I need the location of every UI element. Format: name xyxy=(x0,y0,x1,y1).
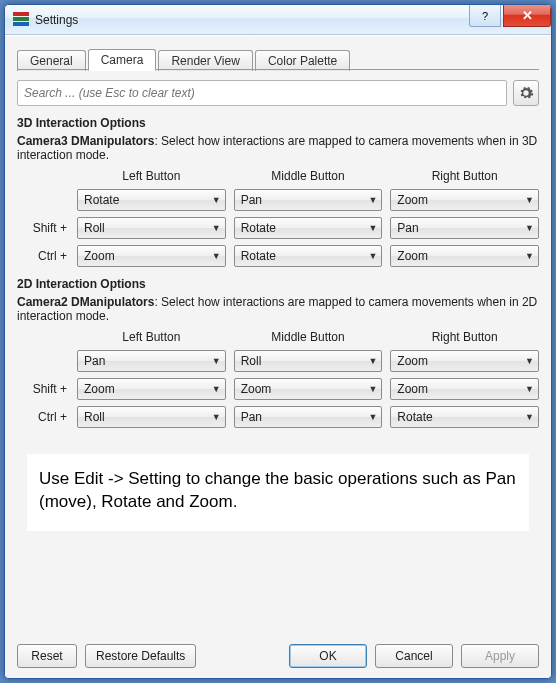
chevron-down-icon: ▼ xyxy=(368,195,377,205)
close-button[interactable]: ✕ xyxy=(503,5,551,27)
row-shift-3d: Shift + xyxy=(17,221,69,235)
chevron-down-icon: ▼ xyxy=(525,412,534,422)
section-3d-desc-bold: Camera3 DManipulators xyxy=(17,134,154,148)
combo-3d-none-left[interactable]: Rotate▼ xyxy=(77,189,226,211)
chevron-down-icon: ▼ xyxy=(212,195,221,205)
combo-3d-ctrl-right[interactable]: Zoom▼ xyxy=(390,245,539,267)
combo-3d-shift-left[interactable]: Roll▼ xyxy=(77,217,226,239)
combo-2d-none-right[interactable]: Zoom▼ xyxy=(390,350,539,372)
restore-defaults-button[interactable]: Restore Defaults xyxy=(85,644,196,668)
col-left-3d: Left Button xyxy=(77,169,226,183)
gear-icon xyxy=(518,85,534,101)
chevron-down-icon: ▼ xyxy=(212,223,221,233)
combo-2d-shift-right[interactable]: Zoom▼ xyxy=(390,378,539,400)
chevron-down-icon: ▼ xyxy=(212,251,221,261)
combo-2d-ctrl-right[interactable]: Rotate▼ xyxy=(390,406,539,428)
chevron-down-icon: ▼ xyxy=(212,412,221,422)
chevron-down-icon: ▼ xyxy=(525,356,534,366)
chevron-down-icon: ▼ xyxy=(525,195,534,205)
chevron-down-icon: ▼ xyxy=(368,251,377,261)
combo-3d-none-right[interactable]: Zoom▼ xyxy=(390,189,539,211)
apply-button[interactable]: Apply xyxy=(461,644,539,668)
section-3d-heading: 3D Interaction Options xyxy=(17,116,539,130)
tab-general[interactable]: General xyxy=(17,50,86,71)
settings-window: Settings ? ✕ General Camera Render View … xyxy=(4,4,552,679)
app-icon xyxy=(13,12,29,28)
reset-button[interactable]: Reset xyxy=(17,644,77,668)
hint-text: Use Edit -> Setting to change the basic … xyxy=(27,454,529,532)
col-middle-2d: Middle Button xyxy=(234,330,383,344)
combo-3d-none-middle[interactable]: Pan▼ xyxy=(234,189,383,211)
col-middle-3d: Middle Button xyxy=(234,169,383,183)
combo-2d-ctrl-middle[interactable]: Pan▼ xyxy=(234,406,383,428)
section-2d-heading: 2D Interaction Options xyxy=(17,277,539,291)
chevron-down-icon: ▼ xyxy=(525,384,534,394)
row-ctrl-2d: Ctrl + xyxy=(17,410,69,424)
chevron-down-icon: ▼ xyxy=(212,384,221,394)
chevron-down-icon: ▼ xyxy=(368,384,377,394)
window-title: Settings xyxy=(35,13,78,27)
combo-2d-shift-left[interactable]: Zoom▼ xyxy=(77,378,226,400)
combo-3d-shift-right[interactable]: Pan▼ xyxy=(390,217,539,239)
col-left-2d: Left Button xyxy=(77,330,226,344)
footer: Reset Restore Defaults OK Cancel Apply xyxy=(17,636,539,668)
tab-camera[interactable]: Camera xyxy=(88,49,157,71)
chevron-down-icon: ▼ xyxy=(212,356,221,366)
tab-color-palette[interactable]: Color Palette xyxy=(255,50,350,71)
combo-2d-ctrl-left[interactable]: Roll▼ xyxy=(77,406,226,428)
window-buttons: ? ✕ xyxy=(469,5,551,27)
ok-button[interactable]: OK xyxy=(289,644,367,668)
client-area: General Camera Render View Color Palette… xyxy=(5,35,551,678)
titlebar: Settings ? ✕ xyxy=(5,5,551,35)
tab-strip: General Camera Render View Color Palette xyxy=(17,46,539,70)
chevron-down-icon: ▼ xyxy=(525,223,534,233)
grid-3d: Left Button Middle Button Right Button R… xyxy=(17,169,539,267)
combo-2d-none-middle[interactable]: Roll▼ xyxy=(234,350,383,372)
close-icon: ✕ xyxy=(522,8,533,23)
settings-gear-button[interactable] xyxy=(513,80,539,106)
help-button[interactable]: ? xyxy=(469,5,501,27)
grid-2d: Left Button Middle Button Right Button P… xyxy=(17,330,539,428)
col-right-2d: Right Button xyxy=(390,330,539,344)
chevron-down-icon: ▼ xyxy=(525,251,534,261)
tab-render-view[interactable]: Render View xyxy=(158,50,252,71)
combo-2d-shift-middle[interactable]: Zoom▼ xyxy=(234,378,383,400)
col-right-3d: Right Button xyxy=(390,169,539,183)
cancel-button[interactable]: Cancel xyxy=(375,644,453,668)
row-ctrl-3d: Ctrl + xyxy=(17,249,69,263)
combo-3d-ctrl-left[interactable]: Zoom▼ xyxy=(77,245,226,267)
search-input[interactable] xyxy=(17,80,507,106)
combo-2d-none-left[interactable]: Pan▼ xyxy=(77,350,226,372)
search-row xyxy=(17,80,539,106)
section-2d-desc: Camera2 DManipulators: Select how intera… xyxy=(17,295,539,324)
chevron-down-icon: ▼ xyxy=(368,223,377,233)
row-shift-2d: Shift + xyxy=(17,382,69,396)
combo-3d-ctrl-middle[interactable]: Rotate▼ xyxy=(234,245,383,267)
chevron-down-icon: ▼ xyxy=(368,356,377,366)
section-2d-desc-bold: Camera2 DManipulators xyxy=(17,295,154,309)
help-icon: ? xyxy=(482,10,488,22)
section-3d-desc: Camera3 DManipulators: Select how intera… xyxy=(17,134,539,163)
combo-3d-shift-middle[interactable]: Rotate▼ xyxy=(234,217,383,239)
chevron-down-icon: ▼ xyxy=(368,412,377,422)
